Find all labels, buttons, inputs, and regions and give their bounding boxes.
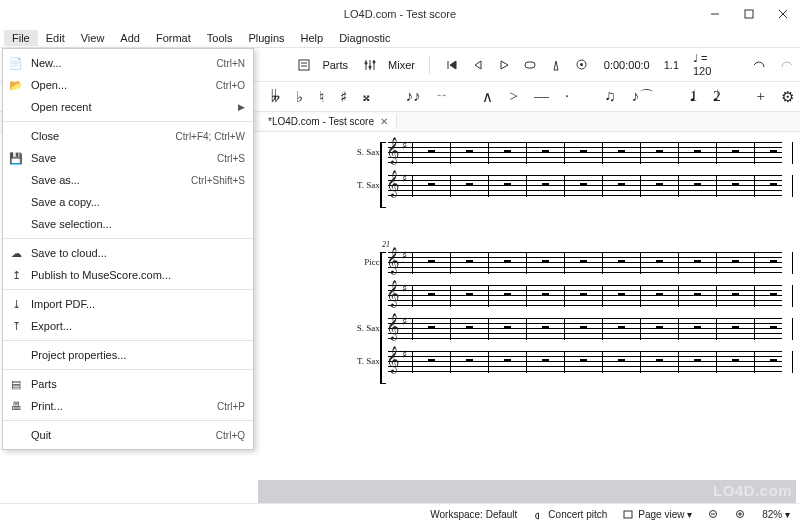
save-icon: 💾 bbox=[7, 152, 25, 165]
voice-1[interactable]: 𝅘𝅥1 bbox=[690, 88, 698, 105]
loop-button[interactable] bbox=[522, 57, 538, 73]
menu-item-close[interactable]: CloseCtrl+F4; Ctrl+W bbox=[3, 125, 253, 147]
key-signature: ♯ bbox=[402, 139, 407, 152]
mixer-label[interactable]: Mixer bbox=[388, 59, 415, 71]
menu-item-save-a-copy[interactable]: Save a copy... bbox=[3, 191, 253, 213]
undo-button[interactable] bbox=[752, 57, 766, 73]
treble-clef-icon: 𝄞 bbox=[386, 248, 400, 274]
acc-natural[interactable]: ♮ bbox=[319, 88, 324, 106]
menu-help[interactable]: Help bbox=[293, 30, 332, 46]
menu-item-label: Save to cloud... bbox=[31, 247, 245, 259]
view-mode-selector[interactable]: Page view ▾ bbox=[619, 509, 696, 520]
artic-accent[interactable]: > bbox=[509, 88, 517, 105]
menu-format[interactable]: Format bbox=[148, 30, 199, 46]
redo-button[interactable] bbox=[780, 57, 794, 73]
parts-label[interactable]: Parts bbox=[322, 59, 348, 71]
artic-tenuto[interactable]: — bbox=[534, 88, 549, 105]
settings-icon[interactable] bbox=[574, 57, 590, 73]
acc-doubleflat[interactable]: 𝄫 bbox=[271, 88, 280, 105]
stave[interactable]: 𝄞♯T. Sax. bbox=[388, 351, 782, 373]
treble-clef-icon: 𝄞 bbox=[386, 347, 400, 373]
tab-test-score[interactable]: *LO4D.com - Test score ✕ bbox=[260, 114, 397, 129]
menu-item-save[interactable]: 💾SaveCtrl+S bbox=[3, 147, 253, 169]
stave[interactable]: 𝄞♯S. Sax. bbox=[388, 318, 782, 340]
toolbar-separator bbox=[429, 56, 430, 74]
submenu-arrow-icon: ▶ bbox=[238, 102, 245, 112]
menu-item-save-selection[interactable]: Save selection... bbox=[3, 213, 253, 235]
menu-item-quit[interactable]: QuitCtrl+Q bbox=[3, 424, 253, 446]
menu-shortcut: Ctrl+Shift+S bbox=[191, 175, 245, 186]
stave[interactable]: 𝄞♯T. Sax. bbox=[388, 175, 782, 197]
stave[interactable]: 𝄞♯ bbox=[388, 285, 782, 307]
flip-button[interactable]: ♪⌒ bbox=[632, 87, 655, 106]
publish-icon: ↥ bbox=[7, 269, 25, 282]
titlebar: LO4D.com - Test score bbox=[0, 0, 800, 28]
voice-2[interactable]: 𝅘𝅥2 bbox=[713, 88, 721, 105]
svg-point-12 bbox=[373, 60, 376, 63]
add-button[interactable]: + bbox=[757, 88, 765, 105]
instrument-label: T. Sax. bbox=[332, 180, 382, 190]
svg-rect-4 bbox=[299, 60, 309, 70]
key-signature: ♯ bbox=[402, 172, 407, 185]
menu-shortcut: Ctrl+F4; Ctrl+W bbox=[176, 131, 245, 142]
artic-marcato[interactable]: ∧ bbox=[482, 88, 493, 106]
menu-item-open-recent[interactable]: Open recent▶ bbox=[3, 96, 253, 118]
menu-item-export[interactable]: ⤒Export... bbox=[3, 315, 253, 337]
menu-edit[interactable]: Edit bbox=[38, 30, 73, 46]
menu-tools[interactable]: Tools bbox=[199, 30, 241, 46]
acc-flat[interactable]: ♭ bbox=[296, 88, 303, 106]
menu-item-label: Save bbox=[31, 152, 211, 164]
tab-close-icon[interactable]: ✕ bbox=[380, 116, 388, 127]
score-page[interactable]: 𝄞♯S. Sax.𝄞♯T. Sax. 21 𝄞♯Picc.𝄞♯𝄞♯S. Sax.… bbox=[258, 132, 796, 480]
stave[interactable]: 𝄞♯Picc. bbox=[388, 252, 782, 274]
mixer-icon[interactable] bbox=[362, 57, 378, 73]
menu-item-project-properties[interactable]: Project properties... bbox=[3, 344, 253, 366]
artic-staccato[interactable]: · bbox=[565, 88, 569, 105]
zoom-out-button[interactable] bbox=[704, 509, 723, 520]
parts-icon[interactable] bbox=[296, 57, 312, 73]
menu-item-print[interactable]: 🖶Print...Ctrl+P bbox=[3, 395, 253, 417]
menu-item-label: Publish to MuseScore.com... bbox=[31, 269, 245, 281]
menu-item-new[interactable]: 📄New...Ctrl+N bbox=[3, 52, 253, 74]
menu-item-open[interactable]: 📂Open...Ctrl+O bbox=[3, 74, 253, 96]
slur-button[interactable]: 𝆣𝆣 bbox=[437, 88, 447, 105]
menu-item-label: Save as... bbox=[31, 174, 185, 186]
acc-doublesharp[interactable]: 𝄪 bbox=[363, 88, 370, 105]
play-button[interactable] bbox=[496, 57, 512, 73]
menu-item-label: Project properties... bbox=[31, 349, 245, 361]
menu-plugins[interactable]: Plugins bbox=[240, 30, 292, 46]
treble-clef-icon: 𝄞 bbox=[386, 314, 400, 340]
menu-item-label: Open... bbox=[31, 79, 210, 91]
close-button[interactable] bbox=[766, 0, 800, 28]
import-icon: ⤓ bbox=[7, 298, 25, 311]
menu-shortcut: Ctrl+O bbox=[216, 80, 245, 91]
key-signature: ♯ bbox=[402, 282, 407, 295]
zoom-level[interactable]: 82% ▾ bbox=[758, 509, 794, 520]
menu-file[interactable]: File bbox=[4, 30, 38, 46]
menu-item-import-pdf[interactable]: ⤓Import PDF... bbox=[3, 293, 253, 315]
acc-sharp[interactable]: ♯ bbox=[340, 88, 347, 106]
menu-diagnostic[interactable]: Diagnostic bbox=[331, 30, 398, 46]
palette-settings-icon[interactable]: ⚙ bbox=[781, 88, 794, 106]
menu-item-save-to-cloud[interactable]: ☁Save to cloud... bbox=[3, 242, 253, 264]
rewind-button[interactable] bbox=[444, 57, 460, 73]
stave[interactable]: 𝄞♯S. Sax. bbox=[388, 142, 782, 164]
tie-button[interactable]: ♪♪ bbox=[406, 88, 421, 105]
menu-item-label: Open recent bbox=[31, 101, 232, 113]
workspace-selector[interactable]: Workspace: Default bbox=[426, 509, 521, 520]
menu-item-label: Save a copy... bbox=[31, 196, 245, 208]
svg-point-15 bbox=[580, 63, 583, 66]
minimize-button[interactable] bbox=[698, 0, 732, 28]
menu-view[interactable]: View bbox=[73, 30, 113, 46]
menu-item-parts[interactable]: ▤Parts bbox=[3, 373, 253, 395]
menu-item-save-as[interactable]: Save as...Ctrl+Shift+S bbox=[3, 169, 253, 191]
menu-item-publish-to-musescore-com[interactable]: ↥Publish to MuseScore.com... bbox=[3, 264, 253, 286]
menu-add[interactable]: Add bbox=[112, 30, 148, 46]
playback-position: 1.1 bbox=[664, 59, 679, 71]
metronome-button[interactable] bbox=[548, 57, 564, 73]
tuplet-button[interactable]: ♫ bbox=[604, 88, 615, 105]
maximize-button[interactable] bbox=[732, 0, 766, 28]
zoom-in-button[interactable] bbox=[731, 509, 750, 520]
back-button[interactable] bbox=[470, 57, 486, 73]
concert-pitch-toggle[interactable]: Concert pitch bbox=[529, 509, 611, 520]
